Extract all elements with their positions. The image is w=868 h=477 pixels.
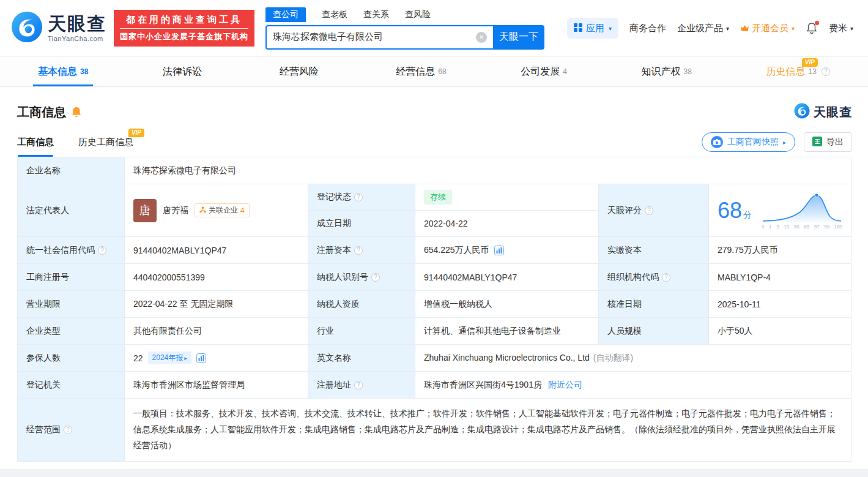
table-row: 参保人数 22 2024年报 ▸ 英文名称 Z (18, 345, 851, 372)
reg-authority-value: 珠海市香洲区市场监督管理局 (125, 372, 308, 399)
apps-menu[interactable]: 应用 ▾ (567, 18, 618, 39)
slogan-line1: 都在用的商业查询工具 (120, 14, 248, 29)
top-header: 天眼查 TianYanCha.com 都在用的商业查询工具 国家中小企业发展子基… (0, 0, 868, 56)
section-actions: 工商官网快照 ▸ 导出 (702, 132, 852, 157)
auto-translate-note: (自动翻译) (593, 353, 633, 362)
grid-icon (574, 23, 582, 34)
score-unit: 分 (743, 210, 752, 220)
reg-number-value: 440402000551399 (125, 264, 308, 291)
approval-date-label: 核准日期 (599, 291, 709, 318)
help-icon[interactable]: ? (662, 273, 670, 282)
brand-domain: TianYanCha.com (48, 35, 106, 42)
tab-intellectual-property[interactable]: 知识产权 38 (633, 57, 700, 86)
search-input-box: × (265, 25, 493, 50)
excel-icon (812, 137, 822, 148)
help-icon[interactable]: ? (354, 193, 363, 201)
establish-date-value: 2022-04-22 (415, 211, 599, 237)
company-name-value: 珠海芯探索微电子有限公司 (125, 157, 851, 184)
establish-date-label: 成立日期 (308, 211, 415, 237)
reg-address-cell: 珠海市香洲区兴国街4号1901房附近公司 (415, 372, 851, 399)
watermark-logo: 天眼查 (794, 103, 852, 121)
annual-report-badge[interactable]: 2024年报 ▸ (148, 351, 191, 364)
trend-chart-icon[interactable] (494, 246, 504, 255)
help-icon[interactable]: ? (371, 273, 380, 282)
nav-cooperation[interactable]: 商务合作 (629, 23, 666, 34)
search-tab-risk[interactable]: 查风险 (405, 7, 431, 22)
tab-label: 基本信息 (38, 66, 77, 78)
help-icon[interactable]: ? (354, 381, 363, 389)
clear-icon[interactable]: × (476, 32, 487, 43)
score-value: 68分 (718, 198, 752, 223)
search-button[interactable]: 天眼一下 (493, 25, 544, 50)
insured-count-value: 22 (133, 353, 143, 363)
monitor-bell-icon[interactable] (72, 107, 81, 118)
help-icon[interactable]: ? (822, 67, 830, 76)
tianyancha-logo[interactable]: 天眼查 TianYanCha.com (11, 11, 106, 45)
table-row: 企业类型 其他有限责任公司 行业 计算机、通信和其他电子设备制造业 人员规模 小… (18, 318, 851, 345)
trend-chart-icon[interactable] (196, 353, 206, 363)
search-tab-boss[interactable]: 查老板 (322, 7, 347, 22)
score-number: 68 (718, 198, 742, 223)
search-tab-company[interactable]: 查公司 (265, 7, 306, 22)
legal-rep-label: 法定代表人 (18, 184, 125, 237)
chevron-down-icon: ▾ (792, 25, 795, 32)
export-button[interactable]: 导出 (804, 132, 852, 152)
search-input[interactable] (273, 32, 476, 42)
paid-capital-label: 实缴资本 (599, 237, 709, 264)
status-label: 登记状态 (317, 192, 351, 201)
top-navigation: 应用 ▾ 商务合作 企业级产品 ▾ 开通会员 ▾ 费米 ▾ (567, 18, 853, 39)
company-type-value: 其他有限责任公司 (125, 318, 308, 345)
user-name: 费米 (829, 23, 847, 34)
tab-legal-proceedings[interactable]: 法律诉讼 (154, 57, 213, 86)
official-snapshot-button[interactable]: 工商官网快照 ▸ (702, 132, 795, 152)
tab-operation-risk[interactable]: 经营风险 (271, 57, 330, 86)
insured-count-label: 参保人数 (18, 345, 125, 372)
subtab-history-business-info[interactable]: VIP 历史工商信息 (78, 137, 133, 157)
tab-label: 经营信息 (396, 66, 435, 78)
reg-number-label: 工商注册号 (18, 264, 125, 291)
vip-badge: VIP (802, 58, 818, 67)
business-scope-label: 经营范围 (26, 424, 61, 434)
section-header: 工商信息 天眼查 (0, 87, 868, 121)
status-label-cell: 登记状态? (308, 184, 415, 211)
tab-company-development[interactable]: 公司发展 4 (512, 57, 576, 86)
nav-open-vip[interactable]: 开通会员 ▾ (740, 23, 795, 34)
business-info-table: 企业名称 珠海芯探索微电子有限公司 法定代表人 唐 唐芳福 关 (17, 157, 851, 462)
search-tab-relation[interactable]: 查关系 (363, 7, 389, 22)
table-row: 登记机关 珠海市香洲区市场监督管理局 注册地址? 珠海市香洲区兴国街4号1901… (18, 372, 851, 399)
nearby-companies-link[interactable]: 附近公司 (548, 380, 582, 389)
annual-report-label: 2024年报 (152, 353, 184, 363)
reg-capital-label: 注册资本 (317, 245, 351, 255)
score-distribution-chart: 0131550659799100 (762, 192, 842, 230)
related-companies-badge[interactable]: 关联企业 4 (195, 203, 250, 217)
reg-capital-label-cell: 注册资本? (308, 237, 415, 264)
nav-enterprise[interactable]: 企业级产品 ▾ (677, 23, 729, 34)
subtab-business-info[interactable]: 工商信息 (17, 137, 54, 157)
chevron-down-icon: ▾ (850, 25, 853, 32)
tab-basic-info[interactable]: 基本信息 38 (29, 57, 97, 86)
staff-size-value: 小于50人 (709, 318, 851, 345)
company-type-label: 企业类型 (18, 318, 125, 345)
slogan-line2: 国家中小企业发展子基金旗下机构 (120, 29, 248, 42)
score-cell: 68分 0131550659799100 (709, 184, 851, 237)
help-icon[interactable]: ? (64, 426, 72, 434)
search-area: 查公司 查老板 查关系 查风险 × 天眼一下 (265, 7, 544, 50)
help-icon[interactable]: ? (354, 246, 363, 255)
org-code-label-cell: 组织机构代码? (599, 264, 709, 291)
tab-operation-info[interactable]: 经营信息 68 (387, 57, 454, 86)
help-icon[interactable]: ? (98, 246, 106, 255)
subtab-row: 工商信息 VIP 历史工商信息 工商官网快照 ▸ 导出 (0, 121, 868, 157)
status-value-cell: 存续 (415, 184, 599, 211)
camera-icon (711, 136, 723, 148)
user-menu[interactable]: 费米 ▾ (829, 23, 853, 34)
nav-enterprise-label: 企业级产品 (677, 23, 723, 34)
tab-count: 4 (563, 67, 567, 76)
help-icon[interactable]: ? (645, 206, 653, 215)
english-name-cell: Zhuhai Xinchuang Microelectronics Co., L… (415, 345, 851, 372)
taxpayer-id-label: 纳税人识别号 (317, 272, 368, 282)
search-tabs: 查公司 查老板 查关系 查风险 (265, 7, 544, 22)
legal-rep-name[interactable]: 唐芳福 (163, 205, 188, 216)
legal-rep-avatar[interactable]: 唐 (133, 199, 157, 222)
tab-history-info[interactable]: VIP 历史信息 13 ? (758, 57, 839, 86)
notification-bell-icon[interactable] (806, 22, 818, 34)
